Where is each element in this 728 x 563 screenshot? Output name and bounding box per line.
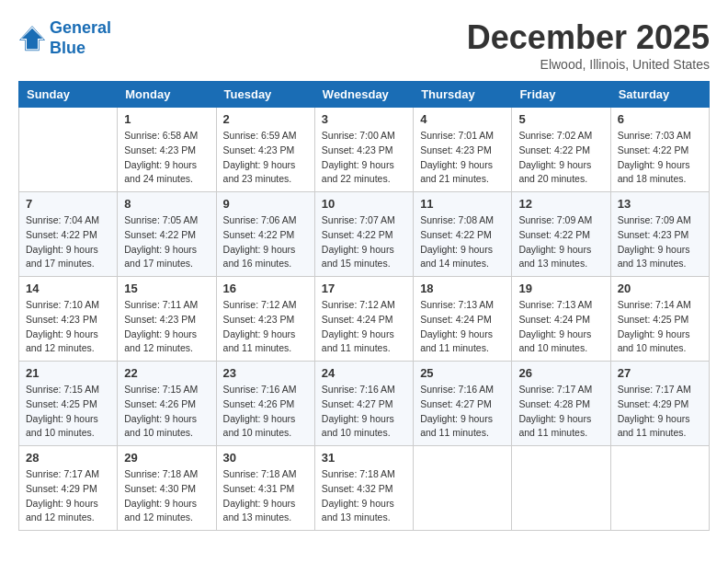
day-info: Sunrise: 7:16 AMSunset: 4:26 PMDaylight:… (223, 383, 308, 441)
day-info: Sunrise: 7:01 AMSunset: 4:23 PMDaylight:… (420, 129, 505, 187)
calendar-week-row: 28Sunrise: 7:17 AMSunset: 4:29 PMDayligh… (19, 446, 710, 531)
calendar-day-cell: 29Sunrise: 7:18 AMSunset: 4:30 PMDayligh… (118, 446, 216, 531)
day-info: Sunrise: 7:15 AMSunset: 4:26 PMDaylight:… (124, 383, 209, 441)
title-section: December 2025 Elwood, Illinois, United S… (467, 18, 710, 72)
logo-line1: General (50, 18, 111, 37)
day-info: Sunrise: 7:04 AMSunset: 4:22 PMDaylight:… (26, 213, 110, 271)
logo-text: General Blue (50, 18, 111, 58)
day-of-week-header: Monday (118, 82, 216, 108)
day-info: Sunrise: 7:15 AMSunset: 4:25 PMDaylight:… (26, 383, 110, 441)
calendar-day-cell: 16Sunrise: 7:12 AMSunset: 4:23 PMDayligh… (216, 277, 314, 362)
calendar-day-cell: 14Sunrise: 7:10 AMSunset: 4:23 PMDayligh… (19, 277, 118, 362)
day-number: 4 (420, 112, 505, 126)
day-number: 29 (124, 451, 209, 465)
day-info: Sunrise: 7:17 AMSunset: 4:29 PMDaylight:… (26, 467, 110, 525)
day-info: Sunrise: 7:12 AMSunset: 4:23 PMDaylight:… (223, 298, 308, 356)
day-info: Sunrise: 6:58 AMSunset: 4:23 PMDaylight:… (124, 129, 209, 187)
calendar-week-row: 14Sunrise: 7:10 AMSunset: 4:23 PMDayligh… (19, 277, 710, 362)
day-number: 23 (223, 366, 308, 380)
day-of-week-header: Thursday (414, 82, 512, 108)
day-number: 11 (420, 197, 505, 211)
calendar-body: 1Sunrise: 6:58 AMSunset: 4:23 PMDaylight… (19, 108, 710, 531)
day-number: 31 (322, 451, 406, 465)
day-number: 26 (518, 366, 603, 380)
day-info: Sunrise: 7:09 AMSunset: 4:22 PMDaylight:… (518, 213, 603, 271)
day-info: Sunrise: 7:13 AMSunset: 4:24 PMDaylight:… (420, 298, 505, 356)
calendar-day-cell: 5Sunrise: 7:02 AMSunset: 4:22 PMDaylight… (512, 108, 610, 192)
day-info: Sunrise: 7:16 AMSunset: 4:27 PMDaylight:… (322, 383, 406, 441)
calendar-week-row: 7Sunrise: 7:04 AMSunset: 4:22 PMDaylight… (19, 192, 710, 277)
day-info: Sunrise: 7:09 AMSunset: 4:23 PMDaylight:… (618, 213, 702, 271)
calendar-day-cell: 20Sunrise: 7:14 AMSunset: 4:25 PMDayligh… (610, 277, 709, 362)
day-info: Sunrise: 7:16 AMSunset: 4:27 PMDaylight:… (420, 383, 505, 441)
day-info: Sunrise: 7:14 AMSunset: 4:25 PMDaylight:… (618, 298, 702, 356)
day-number: 20 (618, 282, 702, 295)
day-info: Sunrise: 7:10 AMSunset: 4:23 PMDaylight:… (26, 298, 110, 356)
day-info: Sunrise: 7:07 AMSunset: 4:22 PMDaylight:… (322, 213, 406, 271)
day-number: 1 (124, 112, 209, 126)
calendar: SundayMondayTuesdayWednesdayThursdayFrid… (18, 81, 710, 531)
calendar-day-cell: 6Sunrise: 7:03 AMSunset: 4:22 PMDaylight… (610, 108, 709, 192)
day-info: Sunrise: 7:17 AMSunset: 4:29 PMDaylight:… (618, 383, 702, 441)
calendar-week-row: 21Sunrise: 7:15 AMSunset: 4:25 PMDayligh… (19, 362, 710, 446)
logo-line2: Blue (50, 39, 111, 59)
calendar-day-cell: 24Sunrise: 7:16 AMSunset: 4:27 PMDayligh… (314, 362, 413, 446)
calendar-day-cell: 3Sunrise: 7:00 AMSunset: 4:23 PMDaylight… (314, 108, 413, 192)
day-info: Sunrise: 7:11 AMSunset: 4:23 PMDaylight:… (124, 298, 209, 356)
day-number: 22 (124, 366, 209, 380)
calendar-day-cell: 13Sunrise: 7:09 AMSunset: 4:23 PMDayligh… (610, 192, 709, 277)
day-number: 9 (223, 197, 308, 211)
calendar-day-cell: 18Sunrise: 7:13 AMSunset: 4:24 PMDayligh… (414, 277, 512, 362)
day-info: Sunrise: 7:08 AMSunset: 4:22 PMDaylight:… (420, 213, 505, 271)
calendar-day-cell: 26Sunrise: 7:17 AMSunset: 4:28 PMDayligh… (512, 362, 610, 446)
day-info: Sunrise: 7:03 AMSunset: 4:22 PMDaylight:… (618, 129, 702, 187)
calendar-day-cell: 19Sunrise: 7:13 AMSunset: 4:24 PMDayligh… (512, 277, 610, 362)
calendar-day-cell (610, 446, 709, 531)
month-title: December 2025 (467, 18, 710, 57)
day-info: Sunrise: 7:17 AMSunset: 4:28 PMDaylight:… (518, 383, 603, 441)
day-info: Sunrise: 7:05 AMSunset: 4:22 PMDaylight:… (124, 213, 209, 271)
calendar-day-cell: 21Sunrise: 7:15 AMSunset: 4:25 PMDayligh… (19, 362, 118, 446)
day-number: 3 (322, 112, 406, 126)
logo-icon (18, 25, 46, 52)
day-number: 15 (124, 282, 209, 295)
day-number: 14 (26, 282, 110, 295)
calendar-day-cell: 2Sunrise: 6:59 AMSunset: 4:23 PMDaylight… (216, 108, 314, 192)
day-of-week-header: Tuesday (216, 82, 314, 108)
day-info: Sunrise: 7:13 AMSunset: 4:24 PMDaylight:… (518, 298, 603, 356)
day-number: 7 (26, 197, 110, 211)
day-info: Sunrise: 7:06 AMSunset: 4:22 PMDaylight:… (223, 213, 308, 271)
calendar-day-cell: 25Sunrise: 7:16 AMSunset: 4:27 PMDayligh… (414, 362, 512, 446)
day-number: 27 (618, 366, 702, 380)
calendar-day-cell: 4Sunrise: 7:01 AMSunset: 4:23 PMDaylight… (414, 108, 512, 192)
calendar-day-cell: 27Sunrise: 7:17 AMSunset: 4:29 PMDayligh… (610, 362, 709, 446)
days-of-week-row: SundayMondayTuesdayWednesdayThursdayFrid… (19, 82, 710, 108)
calendar-day-cell: 7Sunrise: 7:04 AMSunset: 4:22 PMDaylight… (19, 192, 118, 277)
day-info: Sunrise: 7:00 AMSunset: 4:23 PMDaylight:… (322, 129, 406, 187)
calendar-day-cell: 10Sunrise: 7:07 AMSunset: 4:22 PMDayligh… (314, 192, 413, 277)
day-info: Sunrise: 7:02 AMSunset: 4:22 PMDaylight:… (518, 129, 603, 187)
calendar-day-cell: 22Sunrise: 7:15 AMSunset: 4:26 PMDayligh… (118, 362, 216, 446)
calendar-day-cell: 28Sunrise: 7:17 AMSunset: 4:29 PMDayligh… (19, 446, 118, 531)
day-number: 18 (420, 282, 505, 295)
day-number: 2 (223, 112, 308, 126)
day-info: Sunrise: 6:59 AMSunset: 4:23 PMDaylight:… (223, 129, 308, 187)
day-number: 19 (518, 282, 603, 295)
day-info: Sunrise: 7:12 AMSunset: 4:24 PMDaylight:… (322, 298, 406, 356)
day-of-week-header: Friday (512, 82, 610, 108)
day-number: 25 (420, 366, 505, 380)
day-of-week-header: Wednesday (314, 82, 413, 108)
calendar-day-cell: 17Sunrise: 7:12 AMSunset: 4:24 PMDayligh… (314, 277, 413, 362)
calendar-day-cell (414, 446, 512, 531)
day-of-week-header: Saturday (610, 82, 709, 108)
day-number: 12 (518, 197, 603, 211)
calendar-day-cell: 12Sunrise: 7:09 AMSunset: 4:22 PMDayligh… (512, 192, 610, 277)
calendar-day-cell: 23Sunrise: 7:16 AMSunset: 4:26 PMDayligh… (216, 362, 314, 446)
calendar-day-cell: 1Sunrise: 6:58 AMSunset: 4:23 PMDaylight… (118, 108, 216, 192)
calendar-day-cell: 8Sunrise: 7:05 AMSunset: 4:22 PMDaylight… (118, 192, 216, 277)
day-number: 13 (618, 197, 702, 211)
calendar-day-cell: 9Sunrise: 7:06 AMSunset: 4:22 PMDaylight… (216, 192, 314, 277)
location: Elwood, Illinois, United States (467, 57, 710, 72)
day-number: 17 (322, 282, 406, 295)
day-number: 28 (26, 451, 110, 465)
